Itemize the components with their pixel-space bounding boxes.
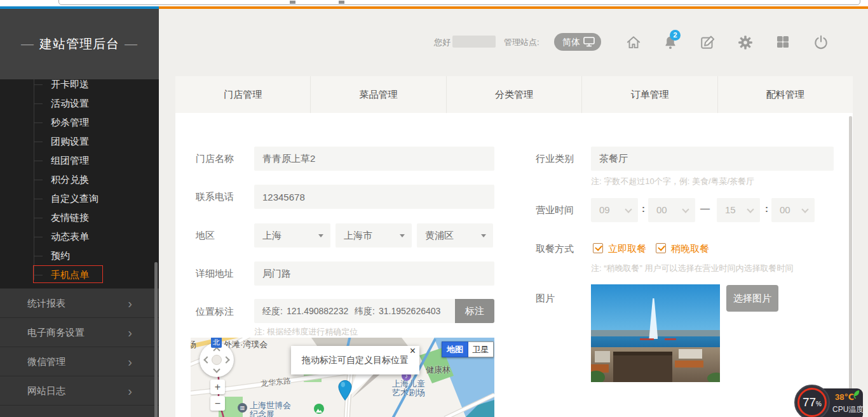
chevron-down-icon bbox=[747, 206, 754, 213]
tab-store-manage[interactable]: 门店管理 bbox=[175, 76, 310, 113]
city-select[interactable]: 上海市 bbox=[336, 223, 412, 248]
pan-right-icon[interactable] bbox=[222, 356, 229, 363]
map-pin-marker[interactable] bbox=[338, 380, 352, 401]
sidebar-item-groupbuy[interactable]: 团购设置 bbox=[0, 132, 159, 151]
store-photo bbox=[591, 284, 720, 382]
end-minute-select[interactable]: 00 bbox=[771, 198, 815, 222]
sidebar-item-points[interactable]: 积分兑换 bbox=[0, 170, 159, 189]
map-pan-control[interactable] bbox=[200, 343, 234, 377]
province-select[interactable]: 上海 bbox=[254, 223, 330, 248]
location-label: 位置标注 bbox=[196, 306, 234, 318]
username-redacted bbox=[452, 36, 496, 48]
map-zoom-control: + − bbox=[210, 380, 225, 413]
address-input[interactable] bbox=[254, 261, 494, 286]
caret-down-icon bbox=[481, 234, 486, 237]
tab-ingredient-manage[interactable]: 配料管理 bbox=[717, 76, 853, 113]
time-colon: : bbox=[765, 203, 768, 214]
group-label: 统计报表 bbox=[27, 298, 65, 308]
active-item-highlight-box bbox=[33, 265, 103, 283]
end-hour-select[interactable]: 15 bbox=[717, 198, 760, 222]
map-mode-button[interactable]: 地图 bbox=[442, 341, 468, 357]
map-poi-theater[interactable]: 上海儿童 艺术剧场 bbox=[392, 380, 425, 397]
close-icon[interactable]: × bbox=[410, 345, 416, 357]
sidebar-group-ecommerce[interactable]: 电子商务设置 › bbox=[0, 317, 159, 347]
pan-left-icon[interactable] bbox=[203, 356, 210, 363]
pan-center-knob[interactable] bbox=[212, 355, 222, 365]
pickup-now-label[interactable]: 立即取餐 bbox=[608, 243, 646, 255]
tab-dish-manage[interactable]: 菜品管理 bbox=[310, 76, 445, 113]
district-select[interactable]: 黄浦区 bbox=[417, 223, 493, 248]
map-label-clipped: 场 bbox=[191, 339, 196, 350]
pan-down-icon[interactable] bbox=[213, 366, 220, 373]
sidebar-item-card-gift[interactable]: 开卡即送 bbox=[0, 79, 159, 94]
group-label: 微信管理 bbox=[27, 356, 65, 367]
content-scrollbar[interactable] bbox=[849, 116, 852, 417]
start-minute-select[interactable]: 00 bbox=[648, 198, 695, 222]
tab-category-manage[interactable]: 分类管理 bbox=[446, 76, 581, 113]
north-badge: 北 bbox=[211, 338, 222, 348]
sidebar-group-wechat[interactable]: 微信管理 › bbox=[0, 347, 159, 376]
choose-image-button[interactable]: 选择图片 bbox=[726, 285, 778, 312]
phone-label: 联系电话 bbox=[196, 191, 234, 203]
sidebar-item-dynamic-form[interactable]: 动态表单 bbox=[0, 227, 159, 246]
pickup-later-label[interactable]: 稍晚取餐 bbox=[671, 243, 709, 255]
sidebar-item-group-manage[interactable]: 组团管理 bbox=[0, 151, 159, 170]
photo-poi-icon[interactable] bbox=[314, 404, 324, 414]
sidebar-item-activity[interactable]: 活动设置 bbox=[0, 94, 159, 113]
sidebar-item-reservation[interactable]: 预约 bbox=[0, 246, 159, 265]
theater-line1: 上海儿童 bbox=[392, 380, 425, 388]
edit-icon[interactable] bbox=[700, 34, 716, 51]
home-icon[interactable] bbox=[625, 34, 642, 51]
mark-button[interactable]: 标注 bbox=[455, 299, 494, 323]
sidebar-item-custom-query[interactable]: 自定义查询 bbox=[0, 189, 159, 208]
district-value: 黄浦区 bbox=[425, 230, 454, 241]
pan-up-icon[interactable] bbox=[213, 347, 220, 354]
city-value: 上海市 bbox=[344, 230, 372, 241]
browser-strip bbox=[0, 0, 868, 6]
satellite-mode-button[interactable]: 卫星 bbox=[468, 341, 494, 357]
language-pill-button[interactable]: 简体 bbox=[554, 33, 601, 51]
start-hour-select[interactable]: 09 bbox=[591, 198, 638, 222]
greeting-text: 您好 bbox=[434, 37, 451, 48]
sidebar-group-stats[interactable]: 统计报表 › bbox=[0, 288, 159, 317]
region-label: 地区 bbox=[196, 230, 215, 242]
pickup-now-checkbox[interactable] bbox=[593, 243, 603, 253]
caret-down-icon bbox=[400, 234, 405, 237]
monitor-icon bbox=[583, 37, 595, 47]
sidebar-scrollbar[interactable] bbox=[154, 262, 158, 417]
zoom-out-button[interactable]: − bbox=[210, 396, 225, 411]
start-minute-value: 00 bbox=[656, 204, 667, 215]
map-type-toggle: 地图 卫星 bbox=[442, 341, 494, 357]
browser-address-bar[interactable] bbox=[58, 0, 860, 5]
address-label: 详细地址 bbox=[196, 268, 234, 280]
museum-poi-icon[interactable]: ▥ bbox=[238, 403, 247, 413]
lng-value: 121.490882232 bbox=[287, 306, 348, 316]
expo-line2: 纪念展 bbox=[250, 410, 291, 417]
industry-input[interactable] bbox=[591, 147, 834, 171]
map-widget[interactable]: 场 外滩·湾璞会 龙华东路 健康林 ▥ 上海世博会 纪念展 ♪ 上海儿童 艺术剧… bbox=[191, 338, 494, 417]
sidebar-group-sitelog[interactable]: 网站日志 › bbox=[0, 376, 159, 405]
industry-label: 行业类别 bbox=[536, 153, 574, 165]
tabbar: 门店管理 菜品管理 分类管理 订单管理 配料管理 bbox=[175, 76, 853, 113]
browser-icon bbox=[290, 1, 295, 4]
zoom-in-button[interactable]: + bbox=[210, 380, 225, 394]
gear-icon[interactable] bbox=[737, 34, 754, 51]
apps-grid-icon[interactable] bbox=[775, 34, 792, 51]
power-icon[interactable] bbox=[813, 34, 829, 51]
time-colon: : bbox=[642, 203, 645, 214]
map-poi-expo[interactable]: 上海世博会 纪念展 bbox=[250, 401, 291, 417]
group-label: 电子商务设置 bbox=[27, 327, 85, 338]
location-input[interactable]: 经度:121.490882232 纬度:31.1952626403 bbox=[254, 299, 455, 323]
tab-order-manage[interactable]: 订单管理 bbox=[581, 76, 717, 113]
notification-badge: 2 bbox=[670, 30, 681, 41]
store-name-input[interactable] bbox=[254, 147, 494, 171]
phone-input[interactable] bbox=[254, 185, 494, 209]
cpu-usage-gauge[interactable]: 77% bbox=[794, 385, 830, 417]
chevron-right-icon: › bbox=[128, 376, 132, 406]
sidebar-item-links[interactable]: 友情链接 bbox=[0, 208, 159, 227]
lat-label: 纬度: bbox=[355, 306, 375, 316]
pickup-later-checkbox[interactable] bbox=[656, 243, 666, 253]
pickup-label: 取餐方式 bbox=[536, 243, 574, 255]
sidebar-item-seckill[interactable]: 秒杀管理 bbox=[0, 113, 159, 132]
chevron-right-icon: › bbox=[128, 347, 132, 376]
